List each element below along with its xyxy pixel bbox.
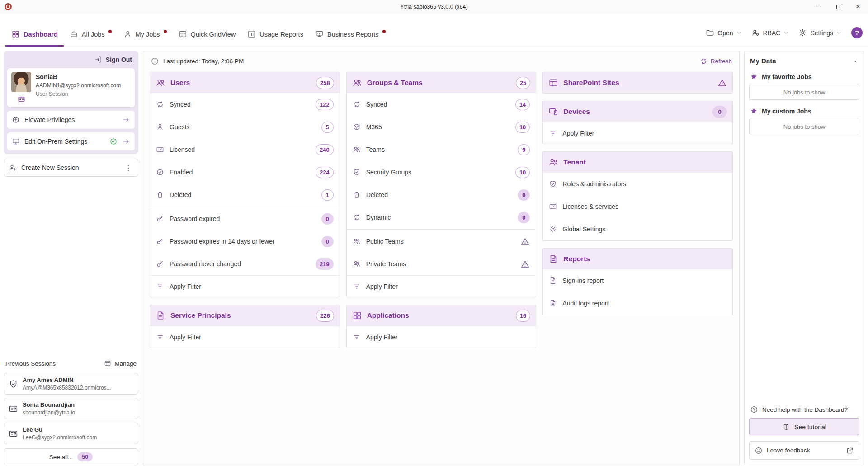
apply-filter-button[interactable]: Apply Filter — [347, 326, 536, 348]
tenant-row-licenses[interactable]: Licenses & services — [543, 195, 732, 218]
tenant-row-roles[interactable]: Roles & administrators — [543, 173, 732, 195]
apply-filter-button[interactable]: Apply Filter — [150, 326, 340, 348]
reports-row-audit-logs[interactable]: Audit logs report — [543, 292, 732, 315]
refresh-button[interactable]: Refresh — [700, 57, 732, 65]
service-principals-card-header[interactable]: Service Principals 226 — [150, 305, 340, 326]
stat-row-password-never-changed[interactable]: Password never changed 219 — [150, 253, 340, 275]
tab-all-jobs[interactable]: All Jobs — [64, 24, 118, 47]
stat-row-public-teams[interactable]: Public Teams — [347, 230, 536, 253]
stat-row-deleted[interactable]: Deleted 0 — [347, 183, 536, 206]
apply-filter-button[interactable]: Apply Filter — [347, 275, 536, 297]
refresh-label: Refresh — [711, 58, 732, 65]
see-tutorial-button[interactable]: See tutorial — [749, 418, 859, 435]
sharepoint-card-header[interactable]: SharePoint Sites — [543, 72, 732, 93]
sign-out-button[interactable]: Sign Out — [7, 54, 135, 68]
stat-count-badge: 10 — [515, 167, 530, 178]
settings-menu-button[interactable]: Settings — [798, 28, 841, 37]
warning-icon — [717, 78, 727, 88]
minimize-button[interactable] — [808, 0, 828, 14]
chevron-down-icon — [736, 30, 741, 35]
stat-row-enabled[interactable]: Enabled 224 — [150, 161, 340, 183]
stat-row-synced[interactable]: Synced 122 — [150, 93, 340, 116]
stat-row-password-expired[interactable]: Password expired 0 — [150, 207, 340, 230]
apply-filter-button[interactable]: Apply Filter — [543, 122, 732, 144]
stat-row-m365[interactable]: M365 10 — [347, 116, 536, 138]
kebab-menu-icon[interactable]: ⋮ — [123, 164, 133, 172]
stat-row-private-teams[interactable]: Private Teams — [347, 253, 536, 275]
stat-row-deleted[interactable]: Deleted 1 — [150, 183, 340, 206]
dynamic-icon — [353, 213, 361, 221]
popout-icon — [846, 446, 854, 455]
stat-row-password-expires-soon[interactable]: Password expires in 14 days or fewer 0 — [150, 230, 340, 253]
my-data-header[interactable]: My Data — [745, 51, 864, 69]
groups-teams-card-header[interactable]: Groups & Teams 25 — [347, 72, 536, 93]
session-email: AmyA@M365x85832012.onmicros... — [23, 385, 111, 391]
tenant-card-header[interactable]: Tenant — [543, 152, 732, 173]
sharepoint-sites-card: SharePoint Sites — [542, 72, 733, 94]
create-new-session-button[interactable]: Create New Session ⋮ — [4, 159, 138, 177]
reports-row-signins[interactable]: Sign-ins report — [543, 269, 732, 292]
rbac-menu-button[interactable]: RBAC — [751, 28, 789, 37]
previous-session-item[interactable]: Lee Gu LeeG@sygx2.onmicrosoft.com — [4, 423, 138, 444]
reports-card-header[interactable]: Reports — [543, 249, 732, 269]
tab-business-reports[interactable]: Business Reports — [309, 24, 392, 47]
devices-card-header[interactable]: Devices 0 — [543, 101, 732, 122]
tenant-row-global-settings[interactable]: Global Settings — [543, 218, 732, 240]
navbar-actions: Open RBAC Settings ? — [706, 27, 863, 47]
help-button[interactable]: ? — [851, 27, 863, 38]
elevate-privileges-button[interactable]: Elevate Privileges — [7, 111, 135, 129]
tab-quick-gridview[interactable]: Quick GridView — [173, 24, 242, 47]
sessions-count-badge: 50 — [77, 452, 93, 461]
stat-count-badge: 5 — [321, 122, 334, 133]
apply-filter-label: Apply Filter — [366, 283, 398, 290]
app-logo-icon — [5, 3, 12, 10]
groups-teams-card: Groups & Teams 25 Synced 14 M365 10 — [346, 72, 537, 297]
public-teams-icon — [353, 237, 361, 245]
users-card-header[interactable]: Users 258 — [150, 72, 340, 93]
previous-session-item[interactable]: Sonia Bounardjian sbounardjian@ytria.io — [4, 398, 138, 419]
apply-filter-label: Apply Filter — [366, 334, 398, 341]
stat-row-security-groups[interactable]: Security Groups 10 — [347, 161, 536, 183]
custom-jobs-title: My custom Jobs — [762, 108, 811, 115]
devices-count-badge: 0 — [712, 106, 727, 118]
tab-dashboard[interactable]: Dashboard — [5, 24, 64, 47]
stat-row-dynamic[interactable]: Dynamic 0 — [347, 206, 536, 229]
edit-onprem-icon — [12, 137, 20, 146]
stat-row-teams[interactable]: Teams 9 — [347, 138, 536, 161]
open-menu-button[interactable]: Open — [706, 28, 741, 37]
edit-onprem-settings-button[interactable]: Edit On-Prem Settings — [7, 132, 135, 150]
gear-icon — [549, 225, 557, 233]
see-all-label: See all... — [49, 454, 73, 461]
stat-row-licensed[interactable]: Licensed 240 — [150, 138, 340, 161]
tab-label: My Jobs — [136, 31, 160, 38]
previous-sessions-title: Previous Sessions — [5, 360, 56, 367]
stat-count-badge: 0 — [518, 212, 530, 223]
stat-count-badge: 1 — [321, 189, 334, 201]
leave-feedback-button[interactable]: Leave feedback — [749, 441, 859, 460]
gridview-icon — [179, 30, 187, 38]
apply-filter-button[interactable]: Apply Filter — [150, 275, 340, 297]
applications-card-header[interactable]: Applications 16 — [347, 305, 536, 326]
settings-label: Settings — [810, 29, 833, 37]
stat-label: Synced — [170, 101, 191, 108]
gear-icon — [798, 28, 807, 37]
previous-session-item[interactable]: Amy Ames ADMIN AmyA@M365x85832012.onmicr… — [4, 373, 138, 395]
stat-label: Password expires in 14 days or fewer — [170, 238, 275, 245]
stat-row-synced[interactable]: Synced 14 — [347, 93, 536, 116]
key-icon — [156, 237, 164, 245]
stat-label: Password never changed — [170, 260, 241, 268]
manage-sessions-button[interactable]: Manage — [104, 360, 137, 367]
card-title: Groups & Teams — [367, 79, 423, 87]
restore-button[interactable] — [828, 0, 848, 14]
card-title: Tenant — [563, 158, 586, 166]
dashboard-column-1: Users 258 Synced 122 Guests 5 — [150, 72, 340, 348]
close-button[interactable]: × — [848, 0, 868, 14]
session-name: Lee Gu — [23, 426, 97, 433]
current-user-card[interactable]: SoniaB AADMIN1@sygx2.onmicrosoft.com Use… — [7, 68, 135, 107]
tab-my-jobs[interactable]: My Jobs — [118, 24, 173, 47]
guest-icon — [156, 123, 164, 131]
tab-usage-reports[interactable]: Usage Reports — [241, 24, 309, 47]
card-title: Service Principals — [170, 311, 231, 320]
see-all-sessions-button[interactable]: See all... 50 — [4, 448, 138, 465]
stat-row-guests[interactable]: Guests 5 — [150, 116, 340, 138]
